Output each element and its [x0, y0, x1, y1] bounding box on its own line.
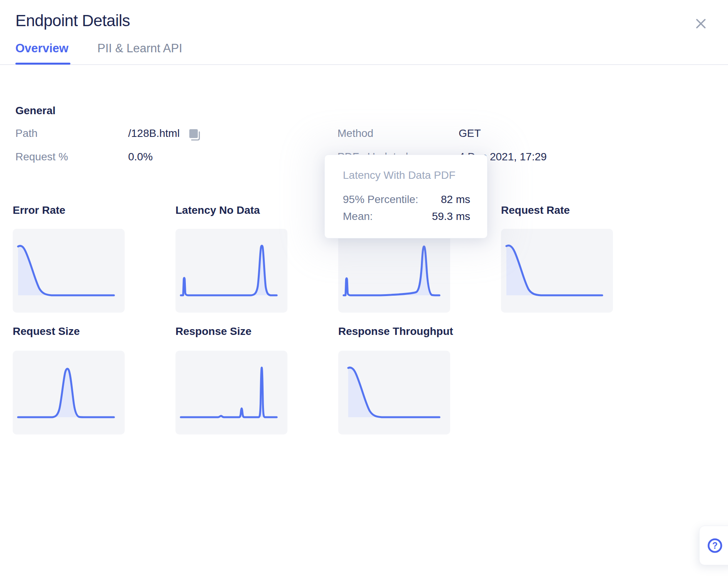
chart-title-error-rate: Error Rate: [13, 204, 65, 216]
chart-request-size[interactable]: [13, 351, 125, 434]
copy-icon[interactable]: [188, 128, 201, 144]
active-tab-underline: [15, 63, 70, 65]
chart-title-response-throughput: Response Throughput: [338, 325, 453, 338]
path-value-row: /128B.html: [128, 127, 201, 143]
close-button[interactable]: [692, 15, 710, 32]
tooltip-percentile-value: 82 ms: [441, 193, 470, 206]
header-divider: [0, 64, 728, 65]
svg-text:?: ?: [712, 541, 718, 551]
chart-title-response-size: Response Size: [175, 325, 252, 338]
page-title: Endpoint Details: [15, 12, 130, 30]
path-value: /128B.html: [128, 127, 180, 140]
tab-pii-learnt-api[interactable]: PII & Learnt API: [97, 42, 182, 55]
close-icon: [696, 19, 706, 28]
tooltip-percentile-label: 95% Percentile:: [343, 193, 418, 206]
chart-title-request-rate: Request Rate: [501, 204, 570, 216]
latency-with-data-tooltip: Latency With Data PDF 95% Percentile: 82…: [324, 155, 488, 238]
request-pct-value: 0.0%: [128, 151, 153, 163]
tooltip-mean-label: Mean:: [343, 210, 373, 223]
tooltip-mean-value: 59.3 ms: [432, 210, 470, 223]
chart-latency-no-data[interactable]: [175, 229, 287, 313]
chart-response-throughput[interactable]: [338, 351, 450, 434]
chart-title-latency-no-data: Latency No Data: [175, 204, 260, 216]
general-section-title: General: [15, 105, 55, 117]
help-button[interactable]: ?: [699, 526, 728, 565]
endpoint-details-panel: Endpoint Details Overview PII & Learnt A…: [0, 0, 728, 576]
help-icon: ?: [706, 537, 723, 554]
chart-title-request-size: Request Size: [13, 325, 80, 338]
chart-request-rate[interactable]: [501, 229, 613, 313]
chart-error-rate[interactable]: [13, 229, 125, 313]
path-label: Path: [15, 127, 38, 140]
chart-latency-with-data[interactable]: [338, 229, 450, 313]
method-label: Method: [337, 127, 373, 140]
method-value: GET: [459, 127, 481, 140]
tab-overview[interactable]: Overview: [15, 42, 68, 55]
request-pct-label: Request %: [15, 151, 68, 163]
chart-response-size[interactable]: [175, 351, 287, 434]
tooltip-title: Latency With Data PDF: [343, 169, 456, 181]
